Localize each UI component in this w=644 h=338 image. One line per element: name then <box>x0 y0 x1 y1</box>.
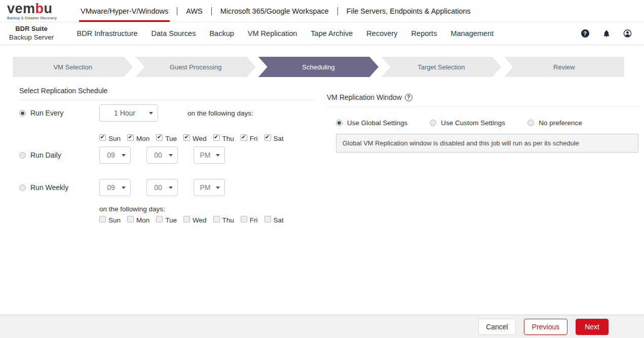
weekly-day-sun[interactable]: Sun <box>99 214 121 224</box>
weekly-day-mon[interactable]: Mon <box>127 214 149 224</box>
day-mon[interactable]: Mon <box>127 133 149 142</box>
day-label: Fri <box>250 135 258 142</box>
tab-aws[interactable]: AWS <box>184 0 204 22</box>
option-use-custom-settings[interactable]: Use Custom Settings <box>430 119 505 127</box>
weekly-day-thu[interactable]: Thu <box>213 214 234 224</box>
day-sun-checkbox[interactable] <box>99 134 106 141</box>
schedule-panel-title: Select Replication Schedule <box>19 77 314 100</box>
step-vm-selection[interactable]: VM Selection <box>13 57 133 77</box>
daily-meridiem-select[interactable]: PM <box>194 146 225 164</box>
weekly-meridiem-value: PM <box>200 183 211 192</box>
day-label: Sat <box>274 135 284 142</box>
run-weekly-label: Run Weekly <box>30 183 68 192</box>
day-sat[interactable]: Sat <box>264 133 284 142</box>
day-label: Sun <box>108 135 121 142</box>
run-weekly-option[interactable]: Run Weekly <box>19 183 99 192</box>
daily-hour-select[interactable]: 09 <box>99 146 131 164</box>
weekly-hour-select[interactable]: 09 <box>99 179 131 196</box>
run-every-option[interactable]: Run Every <box>19 109 99 117</box>
no-preference-radio[interactable] <box>527 120 534 126</box>
replication-window-title-row: VM Replication Window ? <box>327 84 638 107</box>
step-target-selection[interactable]: Target Selection <box>381 57 501 77</box>
notifications-icon[interactable] <box>602 29 611 38</box>
use-custom-settings-label: Use Custom Settings <box>441 119 505 127</box>
day-label: Fri <box>250 216 258 224</box>
weekly-day-tue[interactable]: Tue <box>156 214 177 224</box>
menu-backup[interactable]: Backup <box>203 29 241 37</box>
day-sun[interactable]: Sun <box>99 133 121 142</box>
weekly-day-tue-checkbox[interactable] <box>156 216 163 222</box>
day-wed-checkbox[interactable] <box>183 134 190 141</box>
previous-button[interactable]: Previous <box>524 319 567 335</box>
day-fri-checkbox[interactable] <box>241 134 247 141</box>
weekly-minute-select[interactable]: 00 <box>146 179 178 196</box>
run-every-label: Run Every <box>30 109 63 117</box>
run-daily-radio[interactable] <box>19 152 26 159</box>
use-custom-settings-radio[interactable] <box>430 120 436 126</box>
weekly-day-thu-checkbox[interactable] <box>213 216 220 222</box>
product-tabs: VMware/Hyper-V/Windows AWS Microsoft 365… <box>79 0 472 22</box>
weekly-day-sat-checkbox[interactable] <box>264 216 271 222</box>
daily-meridiem-value: PM <box>200 151 211 159</box>
step-guest-processing[interactable]: Guest Processing <box>135 57 255 77</box>
day-tue-checkbox[interactable] <box>156 134 163 141</box>
account-icon[interactable] <box>623 29 632 38</box>
menu-bdr-infrastructure[interactable]: BDR Infrastructure <box>70 29 144 37</box>
day-label: Wed <box>193 216 207 224</box>
menu-recovery[interactable]: Recovery <box>360 29 404 37</box>
replication-window-title: VM Replication Window <box>327 93 402 101</box>
chevron-down-icon <box>216 154 220 157</box>
no-preference-label: No preference <box>539 119 582 127</box>
option-no-preference[interactable]: No preference <box>527 119 582 127</box>
day-label: Mon <box>136 216 149 224</box>
tab-fileservers-endpoints[interactable]: File Servers, Endpoints & Applications <box>345 0 472 22</box>
day-fri[interactable]: Fri <box>241 133 258 142</box>
day-label: Thu <box>222 135 234 142</box>
run-every-radio[interactable] <box>19 110 26 117</box>
chevron-down-icon <box>169 186 173 189</box>
weekly-day-mon-checkbox[interactable] <box>127 216 134 222</box>
replication-window-panel: VM Replication Window ? Use Global Setti… <box>327 84 638 153</box>
tab-microsoft365-google[interactable]: Microsoft 365/Google Workspace <box>219 0 330 22</box>
menu-tape-archive[interactable]: Tape Archive <box>304 29 360 37</box>
cancel-button[interactable]: Cancel <box>478 319 516 335</box>
menu-management[interactable]: Management <box>444 29 501 37</box>
day-mon-checkbox[interactable] <box>127 134 134 141</box>
option-use-global-settings[interactable]: Use Global Settings <box>336 119 407 127</box>
suite-subtitle: Backup Server <box>0 33 63 42</box>
weekly-day-sun-checkbox[interactable] <box>99 216 106 222</box>
daily-minute-select[interactable]: 00 <box>146 146 178 164</box>
step-scheduling[interactable]: Scheduling <box>258 57 378 77</box>
tab-vmware-hyperv-windows[interactable]: VMware/Hyper-V/Windows <box>79 0 170 22</box>
run-weekly-radio[interactable] <box>19 184 26 191</box>
weekly-day-fri-checkbox[interactable] <box>241 216 247 222</box>
use-global-settings-radio[interactable] <box>336 120 343 126</box>
help-icon[interactable]: ? <box>581 29 589 38</box>
weekly-day-fri[interactable]: Fri <box>241 214 258 224</box>
replication-window-help-icon[interactable]: ? <box>405 94 412 101</box>
day-sat-checkbox[interactable] <box>264 134 271 141</box>
menu-reports[interactable]: Reports <box>404 29 444 37</box>
day-thu[interactable]: Thu <box>213 133 234 142</box>
menu-data-sources[interactable]: Data Sources <box>144 29 203 37</box>
day-label: Wed <box>193 135 207 142</box>
day-wed[interactable]: Wed <box>183 133 207 142</box>
weekly-day-wed-checkbox[interactable] <box>183 216 190 222</box>
chevron-down-icon <box>169 154 173 157</box>
weekly-meridiem-select[interactable]: PM <box>194 179 225 196</box>
logo-pre: vem <box>7 1 35 16</box>
replication-window-options: Use Global Settings Use Custom Settings … <box>336 119 638 127</box>
menu-vm-replication[interactable]: VM Replication <box>241 29 304 37</box>
day-thu-checkbox[interactable] <box>213 134 220 141</box>
interval-select[interactable]: 1 Hour <box>99 104 158 122</box>
day-tue[interactable]: Tue <box>156 133 177 142</box>
weekly-day-sat[interactable]: Sat <box>264 214 284 224</box>
interval-value: 1 Hour <box>114 109 135 117</box>
chevron-down-icon <box>122 154 126 157</box>
weekly-hour-value: 09 <box>107 183 115 192</box>
run-daily-option[interactable]: Run Daily <box>19 151 99 159</box>
tab-divider <box>337 7 338 15</box>
step-review[interactable]: Review <box>504 57 624 77</box>
weekly-day-wed[interactable]: Wed <box>183 214 207 224</box>
next-button[interactable]: Next <box>576 319 609 335</box>
